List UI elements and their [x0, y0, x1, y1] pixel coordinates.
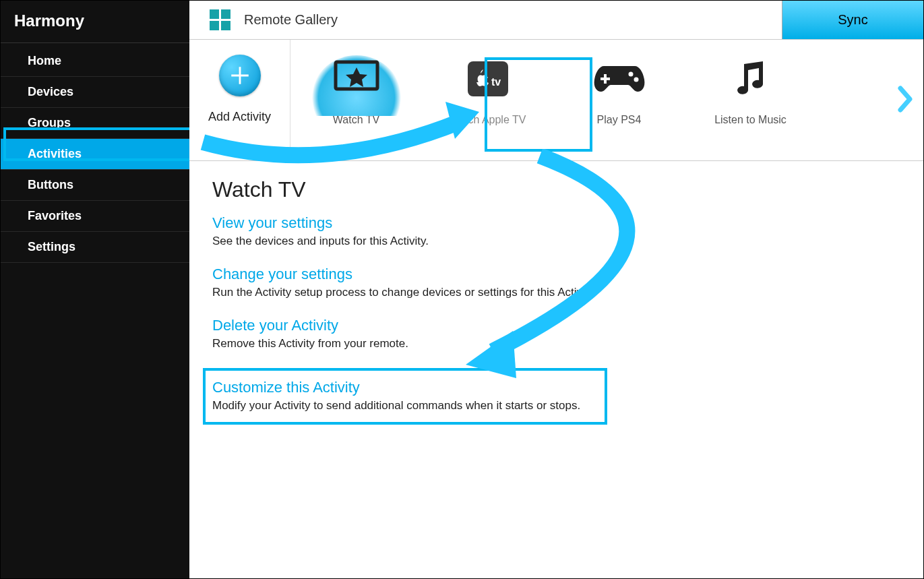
detail-customize-activity[interactable]: Customize this Activity Modify your Acti… [212, 379, 598, 413]
svg-text:tv: tv [491, 76, 501, 88]
activity-watch-tv[interactable]: Watch TV [290, 40, 422, 160]
details-title: Watch TV [212, 177, 900, 202]
activity-strip: Add Activity Watch TV [189, 40, 923, 161]
chevron-right-icon[interactable] [896, 84, 915, 117]
svg-point-6 [634, 78, 638, 82]
grid-icon[interactable] [210, 9, 230, 30]
app-title: Harmony [1, 1, 189, 43]
detail-heading[interactable]: Change your settings [212, 266, 900, 283]
main-panel: Remote Gallery Sync Add Activity [189, 1, 923, 578]
sidebar-item-favorites[interactable]: Favorites [1, 201, 189, 232]
add-activity-label: Add Activity [208, 110, 271, 124]
sidebar: Harmony Home Devices Groups Activities B… [1, 1, 189, 578]
sidebar-item-activities[interactable]: Activities [1, 139, 189, 170]
sidebar-item-settings[interactable]: Settings [1, 232, 189, 263]
annotation-highlight-customize: Customize this Activity Modify your Acti… [203, 368, 607, 425]
svg-rect-1 [468, 61, 508, 96]
gamepad-icon [593, 52, 646, 106]
detail-heading[interactable]: View your settings [212, 214, 900, 232]
add-activity-button[interactable]: Add Activity [189, 40, 290, 160]
svg-point-5 [628, 72, 633, 77]
detail-heading[interactable]: Customize this Activity [212, 379, 598, 396]
svg-rect-4 [600, 78, 610, 80]
detail-delete-activity[interactable]: Delete your Activity Remove this Activit… [212, 317, 900, 351]
activity-details: Watch TV View your settings See the devi… [189, 161, 923, 441]
plus-icon [219, 55, 261, 96]
activity-label: Listen to Music [714, 114, 787, 126]
activity-label: Watch Apple TV [450, 114, 526, 126]
detail-desc: See the devices and inputs for this Acti… [212, 235, 900, 248]
detail-heading[interactable]: Delete your Activity [212, 317, 900, 334]
apple-tv-icon: tv [466, 52, 510, 106]
page-title: Remote Gallery [244, 12, 338, 28]
activity-label: Play PS4 [597, 114, 642, 126]
sync-button[interactable]: Sync [782, 1, 923, 39]
detail-desc: Run the Activity setup process to change… [212, 286, 900, 299]
tv-star-icon [309, 55, 404, 116]
music-note-icon [731, 52, 771, 106]
detail-desc: Modify your Activity to send additional … [212, 399, 598, 413]
sidebar-item-groups[interactable]: Groups [1, 108, 189, 139]
sidebar-item-devices[interactable]: Devices [1, 77, 189, 108]
topbar: Remote Gallery Sync [189, 1, 923, 40]
activity-play-ps4[interactable]: Play PS4 [553, 40, 685, 160]
sidebar-item-home[interactable]: Home [1, 46, 189, 77]
activity-watch-apple-tv[interactable]: tv Watch Apple TV [422, 40, 553, 160]
detail-desc: Remove this Activity from your remote. [212, 337, 900, 351]
sidebar-item-buttons[interactable]: Buttons [1, 170, 189, 201]
activity-listen-music[interactable]: Listen to Music [685, 40, 816, 160]
detail-view-settings[interactable]: View your settings See the devices and i… [212, 214, 900, 248]
detail-change-settings[interactable]: Change your settings Run the Activity se… [212, 266, 900, 299]
